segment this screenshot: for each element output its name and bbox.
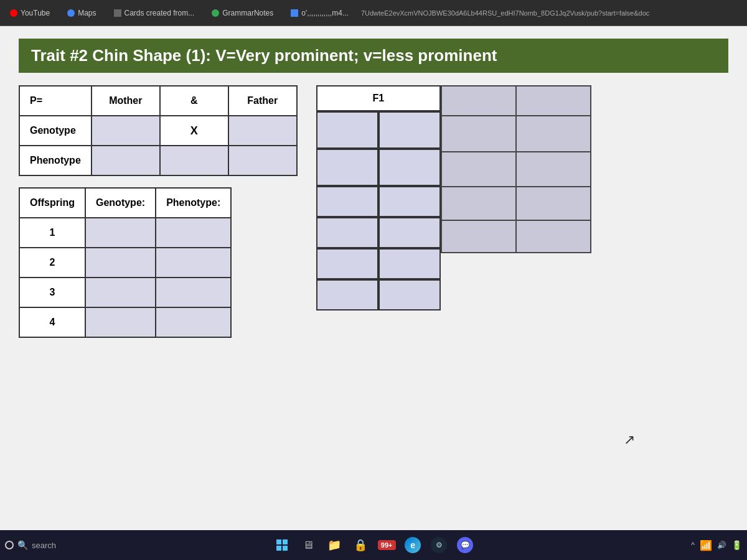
f1-extra-4r bbox=[378, 279, 441, 310]
f1-section: F1 bbox=[310, 85, 591, 338]
windows-start-button[interactable] bbox=[272, 535, 292, 555]
url-bar[interactable]: 7UdwteE2evXcmVNOJBWE30dA6Lb44RSU_edHI7No… bbox=[361, 9, 742, 17]
offspring-number-4: 4 bbox=[19, 307, 85, 337]
steam-icon: ⚙ bbox=[431, 537, 447, 553]
battery-icon: 🔋 bbox=[731, 540, 742, 550]
tab-doc-label: o',,,,,,,,,,,,m4... bbox=[301, 9, 349, 17]
grammar-icon bbox=[212, 9, 219, 17]
network-icon: 📶 bbox=[700, 539, 712, 551]
monitor-icon: 🖥 bbox=[303, 539, 314, 552]
cursor-arrow: ↗ bbox=[624, 432, 635, 448]
discord-icon: 💬 bbox=[457, 537, 473, 553]
f1-extra-3l bbox=[316, 248, 378, 279]
edge-icon: e bbox=[405, 537, 421, 553]
tab-maps[interactable]: Maps bbox=[62, 6, 101, 20]
app-icon: 99+ bbox=[378, 540, 396, 550]
f1-extra-4l bbox=[316, 279, 378, 310]
right-large-table bbox=[441, 85, 591, 253]
offspring-row-4: 4 bbox=[19, 307, 231, 337]
mother-genotype-cell bbox=[92, 116, 160, 146]
f1-cell-tl bbox=[316, 111, 378, 149]
father-phenotype-cell bbox=[228, 146, 297, 175]
right-table-section bbox=[441, 85, 591, 338]
taskbar: 🔍 search 🖥 📁 🔒 99+ e ⚙ bbox=[0, 530, 747, 560]
right-row-4 bbox=[441, 220, 591, 253]
taskbar-icons-group: 🖥 📁 🔒 99+ e ⚙ 💬 bbox=[61, 535, 686, 555]
f1-extra-grid bbox=[316, 186, 441, 310]
and-phenotype-cell bbox=[160, 146, 228, 175]
right-row-1 bbox=[441, 116, 591, 152]
offspring-number-3: 3 bbox=[19, 278, 85, 307]
tab-maps-label: Maps bbox=[78, 9, 96, 17]
right-cell-2-1 bbox=[441, 152, 516, 187]
phenotype-label: Phenotype bbox=[19, 146, 92, 175]
right-cell-1-2 bbox=[516, 116, 591, 152]
doc-icon bbox=[291, 9, 298, 17]
browser-chrome: YouTube Maps Cards created from... Gramm… bbox=[0, 0, 747, 26]
taskbar-steam-app[interactable]: ⚙ bbox=[429, 535, 449, 555]
offspring-1-phenotype bbox=[156, 218, 231, 248]
offspring-row-1: 1 bbox=[19, 218, 231, 248]
right-row-2 bbox=[441, 152, 591, 187]
taskbar-edge-browser[interactable]: e bbox=[403, 535, 423, 555]
genotype-label: Genotype bbox=[19, 116, 92, 146]
parents-table: P= Mother & Father Genotype X Phenotype bbox=[19, 85, 298, 176]
genotype-row: Genotype X bbox=[19, 116, 297, 146]
taskbar-discord-app[interactable]: 💬 bbox=[455, 535, 475, 555]
f1-cell-bl bbox=[316, 149, 378, 186]
offspring-section: Offspring Genotype: Phenotype: 1 2 bbox=[19, 187, 298, 338]
tab-youtube-label: YouTube bbox=[21, 9, 50, 17]
p-equals-label: P= bbox=[19, 86, 92, 116]
taskbar-search-area[interactable]: 🔍 search bbox=[5, 540, 56, 550]
cross-symbol: X bbox=[160, 116, 228, 146]
tab-cards[interactable]: Cards created from... bbox=[109, 6, 200, 20]
mother-header: Mother bbox=[92, 86, 160, 116]
offspring-1-genotype bbox=[85, 218, 156, 248]
f1-extra-tl bbox=[316, 186, 378, 217]
taskbar-lock-icon[interactable]: 🔒 bbox=[350, 535, 370, 555]
offspring-number-2: 2 bbox=[19, 248, 85, 278]
right-cell-3-2 bbox=[516, 187, 591, 220]
chevron-up-icon[interactable]: ^ bbox=[691, 541, 695, 549]
tab-doc[interactable]: o',,,,,,,,,,,,m4... bbox=[286, 6, 354, 20]
right-cell-1-1 bbox=[441, 116, 516, 152]
tab-youtube[interactable]: YouTube bbox=[5, 6, 55, 20]
taskbar-notification-app[interactable]: 99+ bbox=[377, 535, 397, 555]
f1-label: F1 bbox=[316, 85, 441, 111]
offspring-2-phenotype bbox=[156, 248, 231, 278]
taskbar-monitor-icon[interactable]: 🖥 bbox=[298, 535, 318, 555]
parents-header-row: P= Mother & Father bbox=[19, 86, 297, 116]
tables-container: P= Mother & Father Genotype X Phenotype bbox=[19, 85, 728, 338]
volume-icon[interactable]: 🔊 bbox=[717, 541, 726, 549]
f1-extra-br bbox=[378, 217, 441, 248]
father-genotype-cell bbox=[228, 116, 297, 146]
right-cell-4-1 bbox=[441, 220, 516, 253]
mother-phenotype-cell bbox=[92, 146, 160, 175]
taskbar-folder-icon[interactable]: 📁 bbox=[324, 535, 344, 555]
right-row-header bbox=[441, 86, 591, 116]
offspring-3-phenotype bbox=[156, 278, 231, 307]
father-header: Father bbox=[228, 86, 297, 116]
search-label[interactable]: search bbox=[32, 541, 56, 550]
cards-icon bbox=[114, 9, 121, 17]
maps-icon bbox=[67, 9, 75, 17]
f1-extra-bl bbox=[316, 217, 378, 248]
windows-logo-icon bbox=[276, 539, 288, 551]
offspring-2-genotype bbox=[85, 248, 156, 278]
parents-section: P= Mother & Father Genotype X Phenotype bbox=[19, 85, 298, 338]
main-content: Trait #2 Chin Shape (1): V=Very prominen… bbox=[0, 26, 747, 530]
offspring-row-2: 2 bbox=[19, 248, 231, 278]
taskbar-right-area: ^ 📶 🔊 🔋 bbox=[691, 539, 742, 551]
right-header-2 bbox=[516, 86, 591, 116]
offspring-header-row: Offspring Genotype: Phenotype: bbox=[19, 188, 231, 218]
offspring-3-genotype bbox=[85, 278, 156, 307]
f1-cell-tr bbox=[378, 111, 441, 149]
tab-grammar[interactable]: GrammarNotes bbox=[207, 6, 278, 20]
folder-icon: 📁 bbox=[327, 538, 341, 552]
tab-grammar-label: GrammarNotes bbox=[222, 9, 273, 17]
search-icon: 🔍 bbox=[17, 540, 28, 550]
right-row-3 bbox=[441, 187, 591, 220]
f1-extra-tr bbox=[378, 186, 441, 217]
right-cell-2-2 bbox=[516, 152, 591, 187]
slide-title: Trait #2 Chin Shape (1): V=Very prominen… bbox=[19, 39, 728, 73]
